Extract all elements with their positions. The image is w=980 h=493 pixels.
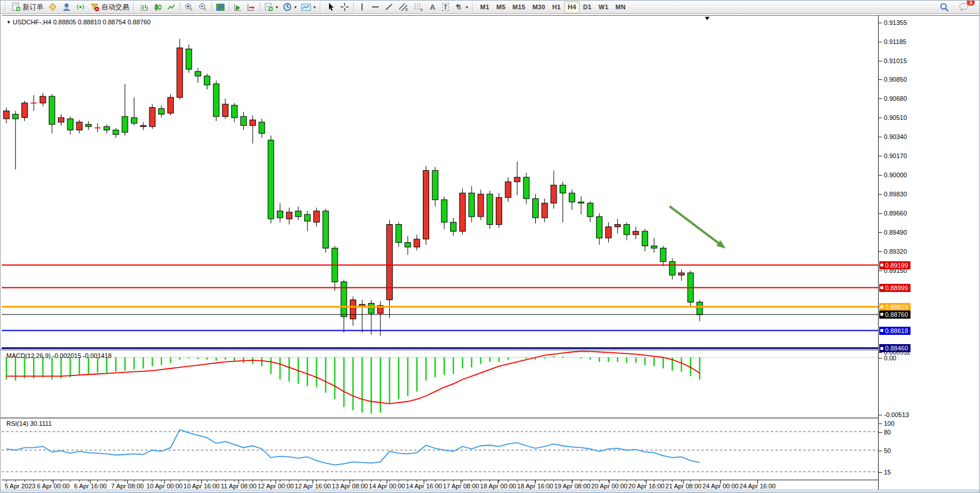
timeframe-button-d1[interactable]: D1 [580,1,595,13]
status-strip [1,490,980,493]
tile-windows-button[interactable] [214,1,227,13]
zoom-out-button[interactable] [196,1,210,13]
templates-button[interactable]: ▾ [299,1,318,13]
rsi-caption: RSI(14) 30.1111 [6,420,52,427]
rsi-pane[interactable]: RSI(14) 30.1111 [2,419,878,480]
dropdown-caret: ▾ [313,5,316,10]
rsi-axis-label: 100 [884,420,894,427]
new-order-button[interactable]: 新订单 [9,1,46,13]
periods-button[interactable]: ▾ [280,1,299,13]
label-tool-button[interactable]: T [439,1,452,13]
trend-arrow [670,206,721,245]
channel-tool-button[interactable]: E [396,1,411,13]
candlestick-mode-button[interactable] [151,1,164,13]
price-line-badge: 0.88460 [879,344,910,352]
time-axis[interactable]: 5 Apr 20236 Apr 00:006 Apr 16:007 Apr 08… [2,480,878,490]
horizontal-line-tool-button[interactable] [368,1,382,13]
toolbar-separator [353,2,354,12]
chart-shift-icon [247,3,255,12]
autotrading-icon [90,2,100,12]
svg-text:F: F [420,8,423,12]
dropdown-caret: ▾ [276,5,278,10]
time-axis-label: 24 Apr 16:00 [740,483,776,490]
trendline-tool-button[interactable] [382,1,396,13]
time-axis-label: 13 Apr 08:00 [332,483,368,490]
price-line-badge: 0.88760 [879,311,910,319]
symbol-caption[interactable]: ▼ USDCHF-,H4 0.88805 0.88810 0.88754 0.8… [6,19,151,25]
time-axis-label: 6 Apr 00:00 [37,483,70,490]
arrows-tool-button[interactable]: ▾ [452,1,470,13]
macd-canvas[interactable] [2,350,878,417]
timeframe-button-h4[interactable]: H4 [564,1,580,13]
toolbar-separator [259,2,260,12]
chart-shift-button[interactable] [244,1,258,13]
profile-button[interactable] [60,1,74,13]
bar-chart-icon [140,3,149,12]
toolbar-grip[interactable] [320,2,323,12]
badge-price: 0.88760 [885,311,908,318]
time-axis-label: 12 Apr 16:00 [295,483,331,490]
zoom-in-icon [184,2,193,12]
candlestick-chart-canvas[interactable] [2,16,878,349]
timeframe-button-m30[interactable]: M30 [529,1,548,13]
ohlc-low: 0.88754 [103,19,126,25]
line-chart-mode-button[interactable] [164,1,178,13]
svg-text:E: E [405,8,408,12]
time-axis-label: 19 Apr 08:00 [554,483,590,490]
crosshair-tool-button[interactable] [338,1,352,13]
search-icon [939,2,949,12]
timeframe-button-h1[interactable]: H1 [548,1,564,13]
timeframe-button-w1[interactable]: W1 [595,1,612,13]
main-chart-pane[interactable]: ▼ USDCHF-,H4 0.88805 0.88810 0.88754 0.8… [2,15,878,349]
price-tick-label: 0.89490 [884,229,907,236]
symbol-label: USDCHF-,H4 [13,19,52,25]
vertical-line-icon [359,2,365,12]
channel-icon: E [398,2,409,12]
new-chart-button[interactable]: ▾ [262,1,280,13]
price-tick-label: 0.89830 [884,191,907,198]
metaeditor-button[interactable] [46,1,60,13]
fibonacci-tool-button[interactable]: F [411,1,426,13]
ohlc-open: 0.88805 [53,19,76,25]
badge-price: 0.88999 [885,284,908,291]
badge-price: 0.88460 [885,345,908,352]
text-tool-button[interactable]: A [426,1,439,13]
zoom-in-button[interactable] [182,1,196,13]
vertical-line-tool-button[interactable] [356,1,368,13]
price-tick-label: 0.90000 [884,171,907,178]
chart-shift-marker [705,17,710,20]
toolbar-grip[interactable] [472,2,475,12]
autotrading-button[interactable]: 自动交易 [87,1,131,13]
toolbar-separator [229,2,229,12]
toolbar-grip[interactable] [133,2,136,12]
timeframe-button-m1[interactable]: M1 [477,1,493,13]
notifications-button[interactable]: 1 [956,1,971,13]
ohlc-close: 0.88760 [127,19,151,25]
new-order-label: 新订单 [23,2,43,12]
symbol-dropdown-icon[interactable]: ▼ [6,20,11,25]
time-axis-label: 20 Apr 00:00 [591,483,627,490]
price-axis[interactable]: 0.913550.911850.910150.908500.906800.905… [878,15,980,490]
bar-chart-mode-button[interactable] [138,1,151,13]
label-tool-glyph: T [442,3,449,11]
rsi-canvas[interactable] [2,419,878,480]
signals-button[interactable] [74,1,87,13]
cursor-tool-button[interactable] [324,1,338,13]
timeframe-button-m15[interactable]: M15 [509,1,529,13]
new-order-icon [12,2,21,12]
macd-pane[interactable]: MACD(12,26,9) -0.002015 -0.001418 [2,350,878,417]
time-axis-label: 12 Apr 00:00 [258,483,294,490]
fibonacci-icon: F [414,2,424,12]
toolbar-separator [180,2,180,12]
toolbar-grip[interactable] [5,2,8,12]
rsi-axis-label: 50 [884,447,891,454]
search-button[interactable] [937,1,952,13]
auto-scroll-button[interactable] [231,1,244,13]
timeframe-button-m5[interactable]: M5 [493,1,509,13]
timeframe-button-mn[interactable]: MN [612,1,630,13]
time-axis-label: 14 Apr 00:00 [369,483,405,490]
cursor-icon [327,2,335,12]
macd-caption: MACD(12,26,9) -0.002015 -0.001418 [6,352,112,359]
time-axis-label: 10 Apr 16:00 [184,483,220,490]
price-tick-label: 0.89320 [884,248,907,255]
